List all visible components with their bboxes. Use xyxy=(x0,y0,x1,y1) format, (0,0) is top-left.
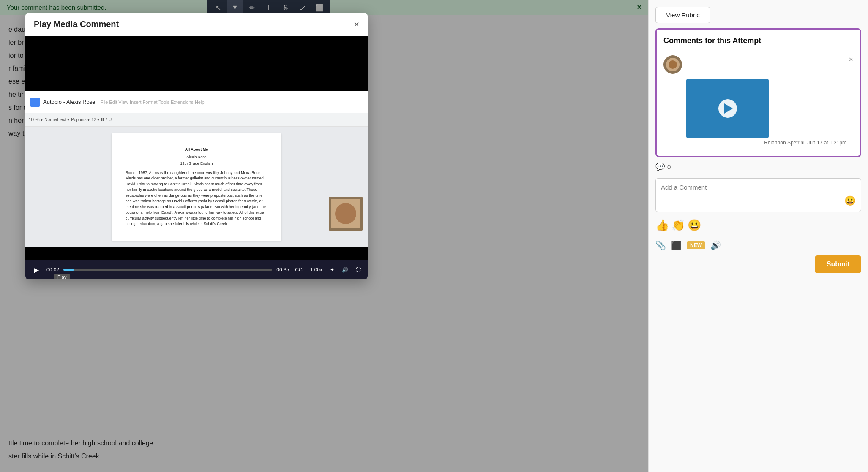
comments-title: Comments for this Attempt xyxy=(663,36,761,45)
emoji-row: 👍 👏 😀 xyxy=(655,219,861,232)
video-play-button[interactable]: ▶ xyxy=(30,264,42,276)
view-rubric-button[interactable]: View Rubric xyxy=(655,7,710,23)
play-media-comment-modal: Play Media Comment × Autobio - Alexis Ro… xyxy=(25,13,368,279)
brightness-button[interactable]: ✦ xyxy=(328,267,336,273)
avatar-face xyxy=(669,60,677,69)
volume-button[interactable]: 🔊 xyxy=(340,267,350,273)
comment-video-thumbnail[interactable] xyxy=(686,79,769,138)
playback-speed-button[interactable]: 1.00x xyxy=(308,267,324,273)
gdocs-italic: I xyxy=(106,117,107,122)
attach-button[interactable]: 📎 xyxy=(655,240,666,250)
video-progress-bar[interactable] xyxy=(63,269,272,271)
comment-delete-button[interactable]: × xyxy=(849,55,853,64)
comments-section: Comments for this Attempt × Rhiannon Spe… xyxy=(655,28,861,157)
thumbs-up-emoji[interactable]: 👍 xyxy=(655,219,669,232)
main-area: Your comment has been submitted. × ↖ ▼ ✏… xyxy=(0,0,648,472)
gdocs-doc-title: All About Me xyxy=(126,147,267,153)
fullscreen-button[interactable]: ⛶ xyxy=(354,267,363,273)
face-circle xyxy=(335,203,356,224)
video-current-time: 00:02 xyxy=(46,267,59,273)
add-comment-area: 😀 xyxy=(655,178,861,212)
emoji-picker-button[interactable]: 😀 xyxy=(844,195,856,206)
gdocs-content: All About Me Alexis Rose 12th Grade Engl… xyxy=(25,127,368,247)
gdocs-body: Born c. 1987, Alexis is the daughter of … xyxy=(126,170,267,227)
sidebar: View Rubric Comments for this Attempt × … xyxy=(648,0,868,472)
video-controls: ▶ 00:02 00:35 CC 1.00x ✦ 🔊 ⛶ Play xyxy=(25,260,368,279)
gdocs-font: Poppins ▾ xyxy=(71,117,90,122)
gdocs-icon xyxy=(30,98,40,107)
gdocs-page: All About Me Alexis Rose 12th Grade Engl… xyxy=(112,133,281,241)
gdocs-size: 12 ▾ xyxy=(91,117,99,122)
gdocs-underline: U xyxy=(109,117,112,122)
gdocs-preview: Autobio - Alexis Rose File Edit View Ins… xyxy=(25,91,368,235)
comment-play-icon xyxy=(718,99,737,118)
gdocs-style: Normal text ▾ xyxy=(44,117,69,122)
comment-toolbar: 📎 ⬛ NEW 🔊 xyxy=(655,240,861,250)
clap-emoji[interactable]: 👏 xyxy=(671,219,685,232)
closed-captions-button[interactable]: CC xyxy=(293,267,304,273)
play-tooltip: Play xyxy=(54,274,70,279)
avatar-inner xyxy=(666,58,680,71)
modal-title: Play Media Comment xyxy=(34,19,119,29)
comment-count-icon: 💬 xyxy=(655,162,665,171)
smile-emoji[interactable]: 😀 xyxy=(688,219,701,232)
play-triangle xyxy=(724,103,733,114)
comment-author: Rhiannon Spetrini xyxy=(764,140,804,146)
comment-timestamp: Rhiannon Spetrini, Jun 17 at 1:21pm xyxy=(663,140,853,146)
gdocs-zoom: 100% ▾ xyxy=(29,117,43,122)
video-progress-fill xyxy=(63,269,74,271)
commenter-avatar xyxy=(663,55,682,74)
comment-date: Jun 17 at 1:21pm xyxy=(807,140,846,146)
gdocs-bold: B xyxy=(101,117,104,122)
add-comment-input[interactable] xyxy=(661,184,844,205)
gdocs-toolbar: 100% ▾ Normal text ▾ Poppins ▾ 12 ▾ B I … xyxy=(25,113,368,127)
gdocs-student-name: Alexis Rose xyxy=(126,155,267,160)
webcam-thumbnail xyxy=(329,197,363,231)
gdocs-topbar: Autobio - Alexis Rose File Edit View Ins… xyxy=(25,91,368,113)
video-total-time: 00:35 xyxy=(276,267,289,273)
comment-count: 0 xyxy=(667,163,671,171)
gdocs-menu: File Edit View Insert Format Tools Exten… xyxy=(101,100,205,105)
comment-count-row: 💬 0 xyxy=(655,162,861,171)
modal-close-button[interactable]: × xyxy=(354,20,359,29)
modal-header: Play Media Comment × xyxy=(25,13,368,36)
screen-capture-button[interactable]: ⬛ xyxy=(671,240,682,250)
webcam-face xyxy=(331,199,360,228)
new-badge: NEW xyxy=(687,241,705,249)
gdocs-grade: 12th Grade English xyxy=(126,161,267,167)
video-black-top xyxy=(25,36,368,91)
submit-button[interactable]: Submit xyxy=(815,255,861,273)
comment-item: × xyxy=(663,55,853,74)
gdocs-title: Autobio - Alexis Rose xyxy=(43,99,96,105)
audio-button[interactable]: 🔊 xyxy=(710,240,721,250)
